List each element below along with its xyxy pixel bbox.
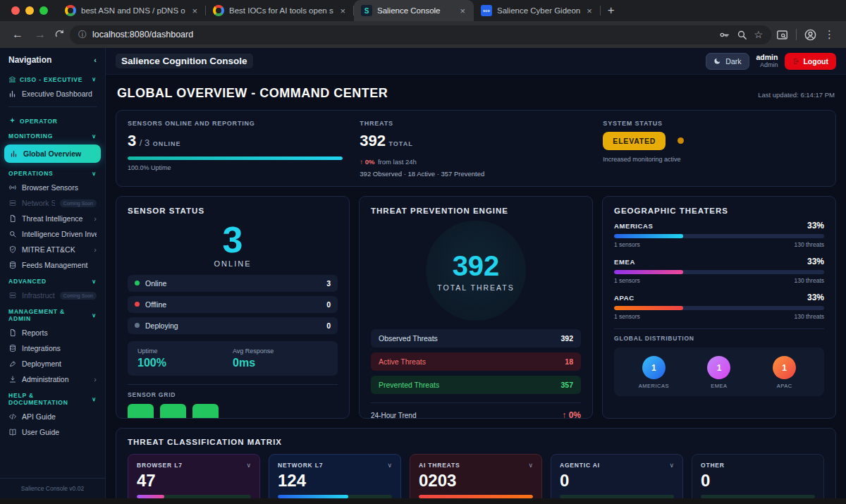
browser-window: best ASN and DNS / pDNS op × Best IOCs f… bbox=[0, 0, 846, 504]
sidebar-collapse-icon[interactable]: ‹ bbox=[94, 56, 97, 64]
sidebar-item-integrations[interactable]: Integrations bbox=[0, 340, 105, 356]
forward-icon[interactable]: → bbox=[31, 25, 49, 44]
section-monitoring[interactable]: MONITORING ∨ bbox=[0, 128, 105, 142]
tab-title: Salience Console bbox=[377, 6, 453, 15]
matrix-card-network-l7: NETWORK L7 ∨ 124 C2 Beacon Data Exfil DN… bbox=[269, 454, 401, 504]
chevron-right-icon: › bbox=[94, 214, 97, 223]
region-emea: EMEA 33% 1 sensors 130 threats bbox=[614, 257, 824, 284]
sidebar-item-intelligence-driven-investigation[interactable]: Intelligence Driven Investigati... bbox=[0, 226, 105, 242]
tab-asn-dns[interactable]: best ASN and DNS / pDNS op × bbox=[58, 0, 206, 21]
section-advanced[interactable]: ADVANCED ∨ bbox=[0, 273, 105, 288]
region-progress-bar bbox=[614, 270, 824, 274]
sensor-row-online: Online 3 bbox=[128, 275, 338, 292]
dist-americas: 1 AMERICAS bbox=[621, 356, 687, 389]
section-help-documentation[interactable]: HELP & DOCUMENTATION ∨ bbox=[0, 387, 105, 409]
search-icon bbox=[8, 230, 17, 238]
sidebar-item-feeds-management[interactable]: Feeds Management bbox=[0, 257, 105, 273]
sidebar-item-deployment[interactable]: Deployment bbox=[0, 356, 105, 371]
sidebar-item-reports[interactable]: Reports bbox=[0, 325, 105, 340]
uptime-value: 100% bbox=[137, 357, 233, 369]
section-ciso-executive[interactable]: CISO - EXECUTIVE ∨ bbox=[0, 70, 105, 86]
total-threats-circle: 392 TOTAL THREATS bbox=[426, 221, 526, 321]
sensor-status-card: SENSOR STATUS 3 ONLINE Online 3 Offline … bbox=[116, 196, 350, 419]
divider bbox=[371, 402, 581, 403]
zoom-icon[interactable] bbox=[736, 29, 748, 41]
tab-strip: best ASN and DNS / pDNS op × Best IOCs f… bbox=[0, 0, 846, 21]
trend-value: ↑ 0% bbox=[562, 410, 581, 419]
chevron-down-icon: ∨ bbox=[92, 396, 97, 402]
password-key-icon[interactable] bbox=[718, 29, 730, 41]
section-management-admin[interactable]: MANAGEMENT & ADMIN ∨ bbox=[0, 303, 105, 325]
green-dot-icon bbox=[135, 281, 140, 285]
server-icon bbox=[8, 199, 17, 207]
avg-response-value: 0ms bbox=[233, 357, 328, 369]
sidebar-item-browser-sensors[interactable]: Browser Sensors bbox=[0, 180, 105, 195]
code-icon bbox=[8, 412, 17, 421]
sidebar-item-network-sensors: Network Sensors Coming Soon bbox=[0, 195, 105, 211]
chevron-down-icon[interactable]: ∨ bbox=[669, 462, 674, 469]
last-updated: Last updated: 6:14:17 PM bbox=[758, 91, 835, 99]
sidebar-item-administration[interactable]: Administration › bbox=[0, 371, 105, 387]
close-tab-icon[interactable]: × bbox=[190, 6, 199, 16]
sidebar-item-user-guide[interactable]: User Guide bbox=[0, 424, 105, 440]
site-info-icon[interactable]: ⓘ bbox=[78, 29, 87, 41]
sensors-count: 3 bbox=[128, 221, 338, 259]
rocket-icon bbox=[8, 359, 17, 368]
trend-row: 24-Hour Trend ↑ 0% bbox=[371, 410, 581, 419]
sensor-row-deploying: Deploying 0 bbox=[128, 317, 338, 334]
close-tab-icon[interactable]: × bbox=[338, 6, 347, 16]
chevron-down-icon[interactable]: ∨ bbox=[387, 462, 392, 469]
tab-salience-gideon[interactable]: sco Salience Cyber Gideon × bbox=[474, 0, 601, 21]
address-bar[interactable]: ⓘ localhost:8080/dashboard ☆ bbox=[70, 25, 771, 44]
sidebar-item-mitre-attack[interactable]: MITRE ATT&CK › bbox=[0, 242, 105, 257]
threats-trend: ↑ 0% bbox=[360, 158, 374, 166]
sidebar-item-api-guide[interactable]: API Guide bbox=[0, 409, 105, 424]
logout-icon bbox=[792, 58, 799, 65]
coming-soon-badge: Coming Soon bbox=[60, 292, 97, 300]
red-dot-icon bbox=[135, 302, 140, 307]
sidebar-item-global-overview[interactable]: Global Overview bbox=[4, 145, 101, 163]
back-icon[interactable]: ← bbox=[8, 25, 27, 44]
matrix-card-browser-l7: BROWSER L7 ∨ 47 Phishing XSS CSRF bbox=[128, 454, 260, 504]
profile-icon[interactable] bbox=[804, 28, 817, 42]
new-tab-button[interactable]: + bbox=[608, 4, 615, 18]
browser-menu-icon[interactable]: ⋮ bbox=[821, 28, 838, 41]
reload-icon[interactable] bbox=[54, 29, 66, 41]
sensor-grid bbox=[128, 404, 338, 419]
chevron-down-icon[interactable]: ∨ bbox=[528, 462, 533, 469]
chevron-down-icon[interactable]: ∨ bbox=[246, 462, 251, 469]
app-header: Salience Cognition Console Dark admin Ad… bbox=[106, 48, 846, 75]
tab-iocs[interactable]: Best IOCs for AI tools open sc × bbox=[206, 0, 354, 21]
book-icon bbox=[8, 428, 17, 436]
tab-salience-console[interactable]: S Salience Console × bbox=[354, 0, 474, 21]
close-tab-icon[interactable]: × bbox=[585, 6, 594, 16]
section-operations[interactable]: OPERATIONS ∨ bbox=[0, 165, 105, 180]
chevron-down-icon: ∨ bbox=[92, 133, 97, 140]
region-americas: AMERICAS 33% 1 sensors 130 threats bbox=[614, 221, 824, 248]
side-panel-icon[interactable] bbox=[776, 28, 789, 42]
user-info: admin Admin bbox=[756, 53, 778, 68]
gray-dot-icon bbox=[135, 323, 140, 328]
chevron-down-icon: ∨ bbox=[92, 76, 97, 82]
close-tab-icon[interactable]: × bbox=[458, 6, 467, 16]
observed-threats-row: Observed Threats 392 bbox=[371, 329, 581, 348]
global-distribution: 1 AMERICAS 1 EMEA 1 APAC bbox=[614, 348, 824, 396]
maximize-window-button[interactable] bbox=[39, 6, 48, 15]
chevron-down-icon: ∨ bbox=[92, 312, 97, 319]
chevron-right-icon: › bbox=[94, 245, 97, 254]
sidebar-version: Salience Console v0.02 bbox=[0, 478, 105, 498]
region-apac: APAC 33% 1 sensors 130 threats bbox=[614, 293, 824, 320]
tab-title: best ASN and DNS / pDNS op bbox=[81, 6, 185, 15]
status-note: Increased monitoring active bbox=[603, 156, 824, 163]
spark-icon bbox=[8, 117, 16, 125]
sidebar-item-threat-intelligence[interactable]: Threat Intelligence › bbox=[0, 211, 105, 226]
sidebar-item-executive-dashboard[interactable]: Executive Dashboard bbox=[0, 86, 105, 102]
section-operator: OPERATOR bbox=[0, 112, 105, 128]
theme-toggle-button[interactable]: Dark bbox=[706, 53, 749, 70]
total-threats-value: 392 bbox=[453, 250, 500, 282]
logout-button[interactable]: Logout bbox=[785, 53, 836, 70]
status-dot bbox=[678, 137, 684, 144]
bookmark-star-icon[interactable]: ☆ bbox=[754, 29, 763, 40]
close-window-button[interactable] bbox=[11, 6, 20, 15]
minimize-window-button[interactable] bbox=[25, 6, 34, 15]
